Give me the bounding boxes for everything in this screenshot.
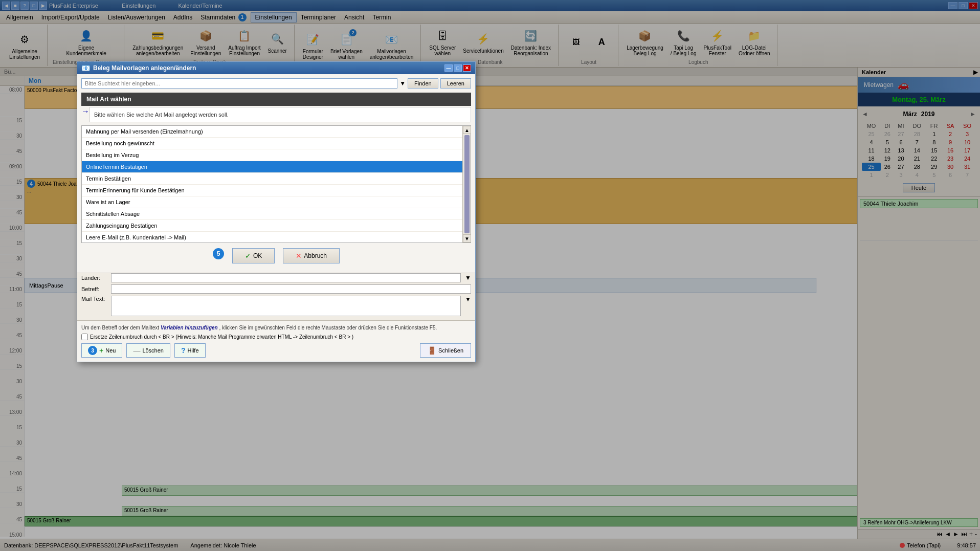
search-input[interactable] — [81, 78, 397, 89]
mail-art-title: Mail Art wählen — [86, 96, 131, 103]
ok-label: OK — [253, 252, 262, 259]
mail-type-items: Mahnung per Mail versenden (Einzelmahnun… — [82, 126, 462, 243]
dialog-win-controls: — □ ✕ — [444, 64, 471, 72]
dialog-hint-text: Um dem Betreff oder dem Mailtext Variabl… — [81, 325, 471, 330]
neu-badge: 3 — [88, 346, 97, 355]
dialog-maximize-btn[interactable]: □ — [454, 64, 462, 72]
dialog-search-row: ▼ Finden Leeren — [81, 78, 471, 89]
scroll-down-btn[interactable]: ▼ — [463, 234, 471, 243]
delete-minus-icon: — — [133, 346, 140, 355]
right-arrow-icon: → — [81, 107, 90, 122]
land-label: Länder: — [81, 275, 107, 281]
neu-label: Neu — [105, 347, 116, 354]
description-text: Bitte wählen Sie welche Art Mail angeleg… — [94, 112, 229, 118]
dialog-minimize-btn[interactable]: — — [444, 64, 453, 72]
mailtext-scroll-btn[interactable]: ▼ — [465, 296, 471, 303]
dialog-bottom-buttons: 3 + Neu — Löschen ? Hilfe 🚪 Schließen — [81, 343, 471, 358]
betreff-row: Betreff: — [81, 284, 471, 294]
mail-type-online-termin[interactable]: OnlineTermin Bestätigen — [82, 161, 462, 173]
dialog-title-text: Beleg Mailvorlagen anlegen/ändern — [93, 64, 196, 72]
find-button[interactable]: Finden — [408, 78, 438, 89]
close-door-icon: 🚪 — [428, 346, 436, 355]
hint-prefix: Um dem Betreff oder dem Mailtext — [81, 325, 161, 330]
dialog-close-btn[interactable]: ✕ — [463, 64, 471, 72]
editor-area-top: Länder: ▼ Betreff: Mail Text: ▼ — [77, 273, 475, 320]
mail-art-panel: Mail Art wählen — [81, 93, 471, 106]
mail-type-mahnung[interactable]: Mahnung per Mail versenden (Einzelmahnun… — [82, 126, 462, 138]
neu-plus-icon: + — [99, 346, 103, 355]
neu-button[interactable]: 3 + Neu — [81, 343, 122, 358]
ok-button[interactable]: ✓ OK — [232, 248, 275, 263]
help-question-icon: ? — [181, 346, 186, 355]
hilfe-button[interactable]: ? Hilfe — [174, 343, 206, 358]
step-badge-5: 5 — [213, 248, 224, 259]
mail-type-termin-erinnerung[interactable]: TerminErinnerung für Kunde Bestätigen — [82, 185, 462, 196]
mail-dialog: 📧 Beleg Mailvorlagen anlegen/ändern — □ … — [77, 61, 476, 362]
dialog-title-content: 📧 Beleg Mailvorlagen anlegen/ändern — [81, 64, 196, 72]
mailtext-textarea[interactable] — [111, 296, 461, 316]
mail-type-zahlungseingang[interactable]: Zahlungseingang Bestätigen — [82, 220, 462, 232]
hint-bold-text: Variablen hinzuzufügen — [161, 325, 218, 330]
schliessen-label: Schließen — [438, 347, 463, 354]
hint-suffix: , klicken Sie im gewünschten Feld die re… — [219, 325, 437, 330]
dialog-title-bar: 📧 Beleg Mailvorlagen anlegen/ändern — □ … — [77, 62, 475, 74]
dialog-footer: Um dem Betreff oder dem Mailtext Variabl… — [77, 320, 475, 362]
description-box: Bitte wählen Sie welche Art Mail angeleg… — [90, 107, 471, 122]
dialog-search-area: ▼ Finden Leeren Mail Art wählen → Bitte … — [77, 74, 475, 273]
checkbox-label: Ersetze Zeilenumbruch durch < BR > (Hinw… — [90, 334, 353, 340]
mail-type-list: Mahnung per Mail versenden (Einzelmahnun… — [81, 125, 471, 243]
mailtext-row: Mail Text: ▼ — [81, 296, 471, 316]
dialog-title-icon: 📧 — [81, 64, 90, 72]
mail-type-schnittstellen[interactable]: Schnittstellen Absage — [82, 208, 462, 220]
scroll-thumb — [464, 135, 470, 233]
mailtext-label: Mail Text: — [81, 296, 107, 302]
ok-check-icon: ✓ — [245, 252, 251, 260]
cancel-x-icon: ✕ — [296, 252, 302, 260]
dropdown-arrow-icon: ▼ — [399, 80, 406, 87]
mail-type-bestellung-gewuenscht[interactable]: Bestellung noch gewünscht — [82, 138, 462, 149]
land-row: Länder: ▼ — [81, 273, 471, 282]
scroll-up-btn[interactable]: ▲ — [463, 126, 471, 134]
clear-button[interactable]: Leeren — [440, 78, 471, 89]
betreff-input[interactable] — [111, 284, 471, 294]
mail-type-leere[interactable]: Leere E-Mail (z.B. Kundenkartei -> Mail) — [82, 232, 462, 243]
checkbox-row: Ersetze Zeilenumbruch durch < BR > (Hinw… — [81, 334, 471, 340]
mail-type-termin[interactable]: Termin Bestätigen — [82, 173, 462, 185]
list-scrollbar: ▲ ▼ — [462, 126, 471, 243]
ok-cancel-row: 5 ✓ OK ✕ Abbruch — [81, 243, 471, 269]
arrow-row: → Bitte wählen Sie welche Art Mail angel… — [81, 106, 471, 123]
cancel-button[interactable]: ✕ Abbruch — [283, 248, 340, 263]
loeschen-button[interactable]: — Löschen — [126, 343, 170, 358]
loeschen-label: Löschen — [142, 347, 164, 354]
cancel-label: Abbruch — [304, 252, 327, 259]
betreff-label: Betreff: — [81, 286, 107, 292]
land-input[interactable] — [111, 273, 461, 282]
zeilenumbruch-checkbox[interactable] — [81, 334, 88, 340]
mail-type-ware-lager[interactable]: Ware ist an Lager — [82, 196, 462, 208]
land-dropdown-btn[interactable]: ▼ — [465, 274, 471, 281]
mail-type-bestellung-verzug[interactable]: Bestellung im Verzug — [82, 149, 462, 161]
hilfe-label: Hilfe — [188, 347, 199, 354]
schliessen-button[interactable]: 🚪 Schließen — [420, 343, 471, 358]
